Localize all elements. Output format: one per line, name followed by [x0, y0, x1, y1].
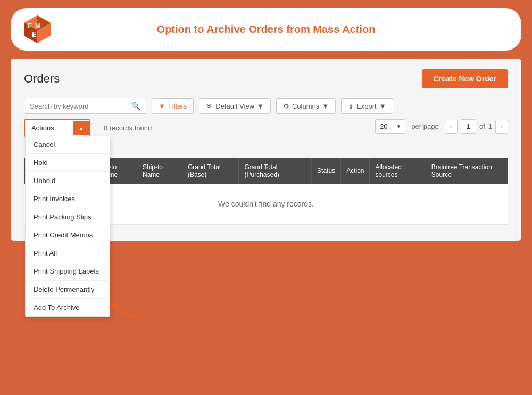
action-print-packing-slips[interactable]: Print Packing Slips	[26, 208, 110, 226]
per-page-label: per page	[411, 122, 438, 130]
chevron-down-icon-3: ▼	[379, 102, 386, 110]
pagination-area: 20 ▼ per page ‹ 1 of 1 ›	[375, 119, 508, 134]
col-action: Action	[341, 158, 370, 184]
columns-button[interactable]: ⚙ Columns ▼	[276, 98, 336, 114]
search-input[interactable]	[30, 102, 129, 110]
header-bar: F M E Option to Archive Orders from Mass…	[11, 8, 521, 51]
actions-label: Actions	[25, 120, 73, 136]
chevron-down-icon: ▼	[257, 102, 264, 110]
eye-icon: 👁	[206, 102, 213, 110]
action-print-credit-memos[interactable]: Print Credit Memos	[26, 226, 110, 244]
actions-pagination-row: Actions ▲ Cancel Hold Unhold Print Invoi…	[24, 119, 508, 137]
action-unhold[interactable]: Unhold	[26, 172, 110, 190]
orders-header: Orders Create New Order	[24, 69, 508, 88]
gear-icon: ⚙	[283, 102, 289, 110]
col-status: Status	[312, 158, 341, 184]
action-cancel[interactable]: Cancel	[26, 136, 110, 154]
page-total: 1	[488, 122, 492, 130]
action-add-to-archive[interactable]: Add To Archive	[26, 299, 110, 316]
action-hold[interactable]: Hold	[26, 154, 110, 172]
filters-button[interactable]: ▼ Filters	[152, 98, 194, 114]
search-filter-row: 🔍 ▼ Filters 👁 Default View ▼ ⚙ Columns ▼…	[24, 98, 508, 114]
svg-text:E: E	[32, 30, 37, 38]
of-label: of	[479, 122, 485, 130]
export-label: Export	[356, 102, 377, 110]
logo: F M E	[21, 13, 53, 45]
svg-text:F: F	[28, 22, 32, 30]
export-button[interactable]: ⇧ Export ▼	[341, 98, 393, 114]
action-print-shipping-labels[interactable]: Print Shipping Labels	[26, 262, 110, 281]
page-prev-button[interactable]: ‹	[445, 120, 458, 134]
col-braintree: Braintree Transaction Source	[426, 158, 508, 184]
filters-label: Filters	[168, 102, 187, 110]
page-next-button[interactable]: ›	[495, 120, 508, 134]
search-icon: 🔍	[131, 102, 140, 110]
chevron-down-icon-2: ▼	[322, 102, 329, 110]
header-title: Option to Archive Orders from Mass Actio…	[64, 23, 511, 36]
create-order-button[interactable]: Create New Order	[422, 69, 508, 88]
col-grand-total-purchased: Grand Total (Purchased)	[239, 158, 312, 184]
per-page-select[interactable]: 20 ▼	[375, 119, 405, 134]
columns-label: Columns	[292, 102, 319, 110]
default-view-button[interactable]: 👁 Default View ▼	[199, 98, 271, 114]
actions-side: Actions ▲ Cancel Hold Unhold Print Invoi…	[24, 119, 152, 137]
per-page-value: 20	[376, 120, 392, 133]
filter-icon: ▼	[159, 102, 165, 110]
svg-text:M: M	[35, 22, 41, 30]
actions-dropdown[interactable]: Actions ▲ Cancel Hold Unhold Print Invoi…	[24, 119, 90, 137]
col-grand-total-base: Grand Total (Base)	[182, 158, 239, 184]
export-icon: ⇧	[348, 102, 354, 110]
actions-arrow-icon[interactable]: ▲	[73, 121, 89, 135]
page-title: Orders	[24, 72, 60, 86]
main-card: Orders Create New Order 🔍 ▼ Filters 👁 De…	[11, 59, 521, 241]
action-print-invoices[interactable]: Print Invoices	[26, 190, 110, 208]
col-allocated-sources: Allocated sources	[370, 158, 426, 184]
view-label: Default View	[215, 102, 254, 110]
records-count: 0 records found	[104, 124, 152, 132]
page-current: 1	[461, 119, 476, 134]
col-ship-to-name: Ship-to Name	[137, 158, 182, 184]
actions-dropdown-menu: Cancel Hold Unhold Print Invoices Print …	[25, 136, 110, 317]
per-page-arrow-icon[interactable]: ▼	[392, 121, 405, 132]
action-delete-permenantly[interactable]: Delete Permenantly	[26, 281, 110, 299]
action-print-all[interactable]: Print All	[26, 244, 110, 262]
search-box: 🔍	[24, 98, 146, 114]
